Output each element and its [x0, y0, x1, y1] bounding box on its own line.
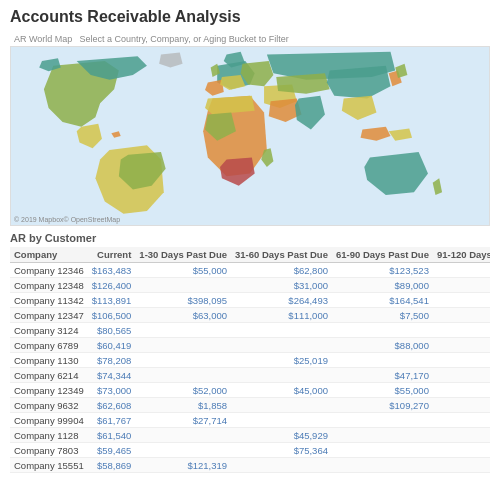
cell-value: [433, 383, 490, 398]
cell-value: [231, 368, 332, 383]
cell-company: Company 1130: [10, 353, 88, 368]
cell-value: $126,400: [88, 278, 136, 293]
cell-value: $59,465: [88, 443, 136, 458]
cell-value: [231, 413, 332, 428]
cell-value: [433, 428, 490, 443]
cell-company: Company 1128: [10, 428, 88, 443]
col-31-60: 31-60 Days Past Due: [231, 247, 332, 263]
cell-value: [135, 368, 231, 383]
col-61-90: 61-90 Days Past Due: [332, 247, 433, 263]
cell-company: Company 6214: [10, 368, 88, 383]
table-row[interactable]: Company 1130$78,208$25,019: [10, 353, 490, 368]
cell-value: $25,019: [231, 353, 332, 368]
table-row[interactable]: Company 1128$61,540$45,929: [10, 428, 490, 443]
table-row[interactable]: Company 9632$62,608$1,858$109,270: [10, 398, 490, 413]
cell-value: $61,540: [88, 428, 136, 443]
table-row[interactable]: Company 6214$74,344$47,170: [10, 368, 490, 383]
cell-value: [433, 368, 490, 383]
cell-value: $61,767: [88, 413, 136, 428]
cell-value: $73,000: [88, 383, 136, 398]
cell-value: [231, 398, 332, 413]
cell-value: $7,500: [332, 308, 433, 323]
cell-value: $74,344: [88, 368, 136, 383]
cell-value: [135, 443, 231, 458]
cell-value: $80,565: [88, 323, 136, 338]
cell-company: Company 12348: [10, 278, 88, 293]
col-current: Current: [88, 247, 136, 263]
cell-value: $398,095: [135, 293, 231, 308]
table-row[interactable]: Company 11342$113,891$398,095$264,493$16…: [10, 293, 490, 308]
cell-company: Company 9632: [10, 398, 88, 413]
cell-value: [135, 278, 231, 293]
cell-value: $45,000: [231, 383, 332, 398]
cell-value: $63,000: [135, 308, 231, 323]
table-row[interactable]: Company 99904$61,767$27,714: [10, 413, 490, 428]
map-svg: [11, 47, 489, 225]
cell-value: $123,523: [332, 263, 433, 278]
col-company: Company: [10, 247, 88, 263]
cell-value: [433, 458, 490, 473]
cell-value: [332, 428, 433, 443]
cell-value: $55,000: [135, 263, 231, 278]
cell-value: $52,000: [135, 383, 231, 398]
cell-value: $88,000: [332, 338, 433, 353]
cell-value: [231, 323, 332, 338]
map-copyright: © 2019 Mapbox© OpenStreetMap: [14, 216, 120, 223]
app-container: Accounts Receivable Analysis AR World Ma…: [0, 0, 500, 500]
cell-company: Company 3124: [10, 323, 88, 338]
cell-value: $163,483: [88, 263, 136, 278]
cell-company: Company 11342: [10, 293, 88, 308]
col-1-30: 1-30 Days Past Due: [135, 247, 231, 263]
table-row[interactable]: Company 12347$106,500$63,000$111,000$7,5…: [10, 308, 490, 323]
table-section: AR by Customer Company Current 1-30 Days…: [10, 232, 490, 496]
col-91-120: 91-120 Days Past Due: [433, 247, 490, 263]
table-row[interactable]: Company 12348$126,400$31,000$89,000: [10, 278, 490, 293]
cell-value: [433, 278, 490, 293]
world-map[interactable]: © 2019 Mapbox© OpenStreetMap: [10, 46, 490, 226]
cell-value: [135, 353, 231, 368]
cell-value: [332, 323, 433, 338]
table-row[interactable]: Company 3124$80,565: [10, 323, 490, 338]
table-row[interactable]: Company 12349$73,000$52,000$45,000$55,00…: [10, 383, 490, 398]
cell-value: [433, 338, 490, 353]
cell-value: $31,000: [231, 278, 332, 293]
cell-value: [231, 458, 332, 473]
cell-value: [433, 308, 490, 323]
cell-value: [231, 338, 332, 353]
cell-value: $106,500: [88, 308, 136, 323]
cell-value: [332, 458, 433, 473]
cell-value: $58,869: [88, 458, 136, 473]
cell-value: $45,929: [231, 428, 332, 443]
cell-value: $121,319: [135, 458, 231, 473]
table-row[interactable]: Company 7803$59,465$75,364: [10, 443, 490, 458]
cell-value: $111,000: [231, 308, 332, 323]
cell-value: [433, 398, 490, 413]
cell-value: $75,364: [231, 443, 332, 458]
cell-value: [433, 413, 490, 428]
cell-value: $109,270: [332, 398, 433, 413]
cell-value: $27,714: [135, 413, 231, 428]
cell-company: Company 12347: [10, 308, 88, 323]
table-row[interactable]: Company 15551$58,869$121,319: [10, 458, 490, 473]
map-label: AR World Map Select a Country, Company, …: [10, 32, 490, 44]
cell-company: Company 12346: [10, 263, 88, 278]
table-row[interactable]: Company 12346$163,483$55,000$62,800$123,…: [10, 263, 490, 278]
map-section: AR World Map Select a Country, Company, …: [10, 32, 490, 226]
cell-value: [332, 443, 433, 458]
table-row[interactable]: Company 6789$60,419$88,000: [10, 338, 490, 353]
cell-value: [332, 353, 433, 368]
cell-value: $62,800: [231, 263, 332, 278]
cell-value: [135, 338, 231, 353]
cell-value: $78,208: [88, 353, 136, 368]
cell-value: $55,000: [332, 383, 433, 398]
cell-value: $60,419: [88, 338, 136, 353]
page-title: Accounts Receivable Analysis: [10, 8, 490, 26]
cell-value: $1,858: [135, 398, 231, 413]
cell-value: $89,000: [332, 278, 433, 293]
cell-value: [433, 263, 490, 278]
cell-value: $126,225: [433, 293, 490, 308]
cell-value: [433, 443, 490, 458]
table-label: AR by Customer: [10, 232, 490, 244]
cell-company: Company 12349: [10, 383, 88, 398]
cell-value: [135, 428, 231, 443]
